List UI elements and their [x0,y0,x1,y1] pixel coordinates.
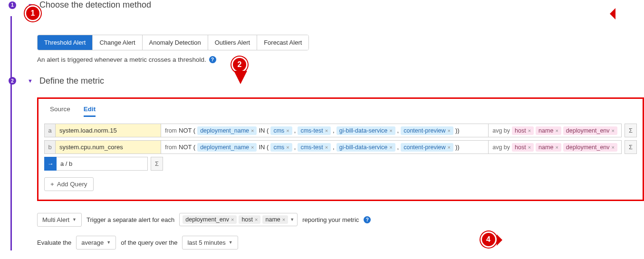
group-chip[interactable]: name× [536,143,561,152]
close-icon[interactable]: × [612,144,615,150]
help-icon[interactable]: ? [209,56,216,63]
tab-outliers-alert[interactable]: Outliers Alert [208,35,257,50]
editor-tab-edit[interactable]: Edit [84,106,96,117]
from-keyword: from [165,144,177,151]
expression-row: → a / b Σ [44,157,637,171]
multi-alert-text1: Trigger a separate alert for each [87,216,174,223]
group-chip[interactable]: deployment_env× [563,126,617,135]
aggregation-select[interactable]: average▼ [76,236,116,249]
not-token: NOT ( [179,127,195,134]
tab-change-alert[interactable]: Change Alert [93,35,142,50]
group-chip[interactable]: name× [536,126,561,135]
query-id-a: a [44,124,56,137]
close-icon[interactable]: × [286,144,289,150]
close-icon[interactable]: × [251,144,254,150]
tag-chip[interactable]: deployment_env× [183,215,237,224]
tag-chip[interactable]: name× [262,215,288,224]
close-icon[interactable]: × [447,128,450,134]
sigma-button[interactable]: Σ [625,140,637,154]
close-icon[interactable]: × [528,128,531,134]
close-icon[interactable]: × [325,144,328,150]
alert-description: An alert is triggered whenever a metric … [37,56,206,63]
editor-tab-source[interactable]: Source [50,106,70,117]
group-chip[interactable]: host× [512,143,534,152]
annotation-badge-4: 4 [481,231,497,248]
close-icon[interactable]: × [389,144,392,150]
close-icon[interactable]: × [231,217,234,222]
metric-input-a[interactable]: system.load.norm.15 [56,124,161,137]
tab-forecast-alert[interactable]: Forecast Alert [257,35,308,50]
caret-down-icon: ▼ [72,217,77,222]
close-icon[interactable]: × [282,217,285,222]
sigma-button[interactable]: Σ [151,157,163,171]
value-chip[interactable]: content-preview× [401,126,453,135]
value-chip[interactable]: gi-bill-data-service× [336,143,395,152]
annotation-badge-1: 1 [25,5,41,21]
caret-down-icon: ▼ [106,240,111,245]
from-keyword: from [165,127,177,134]
query-row-a: a system.load.norm.15 from NOT ( deploym… [44,124,637,137]
metric-input-b[interactable]: system.cpu.num_cores [56,140,161,154]
field-chip[interactable]: deployment_name× [197,143,257,152]
in-token: IN ( [259,127,269,134]
annotation-badge-2: 2 [231,57,248,73]
value-chip[interactable]: content-preview× [401,143,453,152]
add-query-button[interactable]: + Add Query [44,177,94,191]
close-icon[interactable]: × [389,128,392,134]
value-chip[interactable]: cms× [270,126,292,135]
group-clause-a[interactable]: avg by host× name× deployment_env× [489,124,622,137]
close-icon[interactable]: × [286,128,289,134]
field-chip[interactable]: deployment_name× [197,126,257,135]
not-token: NOT ( [179,144,195,151]
arrow-right-icon[interactable]: → [44,157,57,171]
close-icon[interactable]: × [251,128,254,134]
step-badge-2: 2 [9,77,16,85]
value-chip[interactable]: cms-test× [298,126,331,135]
group-keyword: avg by [492,127,510,134]
caret-down-icon: ▼ [229,240,233,245]
help-icon[interactable]: ? [364,216,371,223]
expression-input[interactable]: a / b [57,157,148,171]
close-token: )) [455,127,460,134]
value-chip[interactable]: cms-test× [298,143,331,152]
multi-alert-text2: reporting your metric [302,216,359,223]
chevron-down-icon[interactable]: ▼ [28,78,33,84]
time-window-select[interactable]: last 5 minutes▼ [182,236,238,249]
from-clause-a[interactable]: from NOT ( deployment_name× IN ( cms×, c… [161,124,489,137]
evaluate-text2: of the query over the [121,239,177,246]
close-icon[interactable]: × [325,128,328,134]
close-icon[interactable]: × [555,144,558,150]
close-icon[interactable]: × [447,144,450,150]
sigma-button[interactable]: Σ [625,124,637,137]
close-icon[interactable]: × [555,128,558,134]
tag-chip[interactable]: host× [239,215,260,224]
close-token: )) [455,144,460,151]
group-chip[interactable]: host× [512,126,534,135]
in-token: IN ( [259,144,269,151]
tab-threshold-alert[interactable]: Threshold Alert [38,35,93,50]
group-keyword: avg by [492,144,510,151]
group-chip[interactable]: deployment_env× [563,143,617,152]
step-badge-1: 1 [9,1,16,9]
group-clause-b[interactable]: avg by host× name× deployment_env× [489,140,622,154]
caret-down-icon[interactable]: ▼ [290,217,294,222]
query-id-b: b [44,140,56,154]
close-icon[interactable]: × [528,144,531,150]
multi-alert-select[interactable]: Multi Alert▼ [37,213,82,227]
value-chip[interactable]: cms× [270,143,292,152]
query-row-b: b system.cpu.num_cores from NOT ( deploy… [44,140,637,154]
plus-icon: + [50,181,54,188]
value-chip[interactable]: gi-bill-data-service× [336,126,395,135]
tab-anomaly-detection[interactable]: Anomaly Detection [143,35,208,50]
metric-editor: Source Edit a system.load.norm.15 from N… [37,97,644,201]
from-clause-b[interactable]: from NOT ( deployment_name× IN ( cms×, c… [161,140,489,154]
evaluate-text1: Evaluate the [37,239,71,246]
close-icon[interactable]: × [255,217,258,222]
section-title-metric: Define the metric [39,76,104,86]
multi-alert-tags[interactable]: deployment_env× host× name× ▼ [179,213,298,226]
alert-type-tabs: Threshold Alert Change Alert Anomaly Det… [37,35,309,50]
close-icon[interactable]: × [612,128,615,134]
